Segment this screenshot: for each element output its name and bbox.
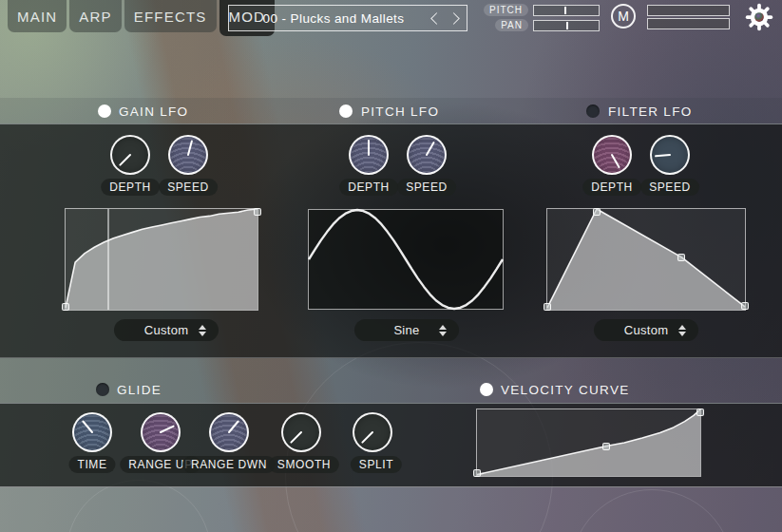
curve-handle[interactable] [677, 254, 685, 261]
output-meter-bottom [647, 18, 730, 29]
pan-slider-thumb[interactable] [566, 22, 568, 29]
filter-speed-knob[interactable] [650, 135, 690, 175]
velocity-curve-title: VELOCITY CURVE [501, 383, 630, 397]
glide-smooth-knob[interactable] [281, 412, 321, 452]
tab-arp[interactable]: ARP [69, 0, 121, 32]
filter-lfo-curve-display[interactable] [546, 208, 746, 311]
velocity-curve-toggle[interactable] [480, 383, 493, 396]
lfo-playhead [107, 209, 109, 310]
pitch-lfo-toggle[interactable] [339, 104, 353, 118]
gain-waveform-select[interactable]: Custom [114, 319, 219, 341]
curve-plot [547, 209, 745, 310]
gain-depth-label: DEPTH [101, 179, 160, 196]
pitch-lfo-title: PITCH LFO [361, 104, 439, 119]
glide-time-label: TIME [68, 456, 115, 473]
filter-waveform-value: Custom [624, 323, 669, 337]
filter-speed-label: SPEED [640, 179, 699, 196]
preset-next-icon[interactable] [448, 12, 460, 25]
curve-handle[interactable] [473, 469, 481, 477]
glide-range-dwn-label: RANGE DWN [182, 456, 276, 473]
pitch-slider-thumb[interactable] [564, 7, 566, 14]
gain-lfo-curve-display[interactable] [65, 208, 258, 311]
pitch-waveform-value: Sine [393, 323, 419, 337]
pitch-waveform-select[interactable]: Sine [354, 319, 459, 341]
preset-nav [432, 6, 458, 30]
preset-prev-icon[interactable] [430, 12, 443, 25]
tab-effects[interactable]: EFFECTS [124, 0, 217, 32]
gain-speed-knob[interactable] [168, 135, 208, 175]
glide-range-dwn-knob[interactable] [209, 412, 249, 452]
glide-split-knob[interactable] [353, 412, 392, 452]
glide-time-knob[interactable] [72, 412, 112, 452]
pan-slider[interactable] [533, 20, 600, 31]
pitch-depth-label: DEPTH [339, 179, 398, 196]
curve-handle[interactable] [602, 443, 610, 450]
velocity-curve-display[interactable] [476, 408, 701, 477]
curve-handle[interactable] [62, 303, 69, 311]
select-arrows-icon [199, 325, 206, 336]
pitch-speed-knob[interactable] [407, 135, 447, 175]
preset-selector[interactable]: 00 - Plucks and Mallets [228, 5, 467, 31]
output-meter-top [647, 5, 730, 16]
gain-depth-knob[interactable] [110, 135, 150, 175]
curve-plot [309, 210, 503, 309]
glide-title: GLIDE [117, 383, 162, 397]
pitch-speed-label: SPEED [397, 179, 456, 196]
select-arrows-icon [439, 325, 447, 336]
settings-gear-icon[interactable] [745, 3, 773, 31]
mod-plugin-window: MAIN ARP EFFECTS MOD 00 - Plucks and Mal… [0, 0, 782, 532]
midi-mode-button[interactable]: M [611, 4, 636, 28]
curve-handle[interactable] [696, 408, 704, 416]
curve-handle[interactable] [593, 208, 601, 216]
pitch-slider[interactable] [533, 5, 600, 16]
pitch-label: PITCH [484, 4, 528, 16]
bottom-band [0, 486, 782, 532]
curve-handle[interactable] [254, 208, 261, 216]
pan-label: PAN [495, 19, 528, 31]
filter-lfo-toggle[interactable] [586, 104, 600, 118]
curve-plot [66, 209, 257, 310]
curve-handle[interactable] [741, 302, 749, 310]
knob-pointer [650, 135, 689, 174]
filter-depth-label: DEPTH [582, 179, 641, 196]
gain-lfo-toggle[interactable] [98, 104, 111, 118]
curve-plot [477, 409, 700, 476]
select-arrows-icon [678, 325, 686, 336]
gain-lfo-title: GAIN LFO [119, 104, 188, 119]
filter-waveform-select[interactable]: Custom [594, 319, 698, 341]
tab-main[interactable]: MAIN [8, 0, 67, 32]
filter-depth-knob[interactable] [592, 135, 632, 175]
glide-smooth-label: SMOOTH [269, 456, 339, 473]
gain-speed-label: SPEED [159, 179, 218, 196]
glide-toggle[interactable] [96, 383, 109, 396]
curve-handle[interactable] [544, 303, 551, 311]
glide-range-up-knob[interactable] [141, 412, 181, 452]
pitch-lfo-curve-display[interactable] [308, 209, 504, 310]
pitch-depth-knob[interactable] [349, 135, 389, 175]
glide-split-label: SPLIT [351, 456, 402, 473]
knob-pointer [351, 137, 387, 173]
gain-waveform-value: Custom [144, 323, 189, 337]
filter-lfo-title: FILTER LFO [608, 104, 693, 119]
